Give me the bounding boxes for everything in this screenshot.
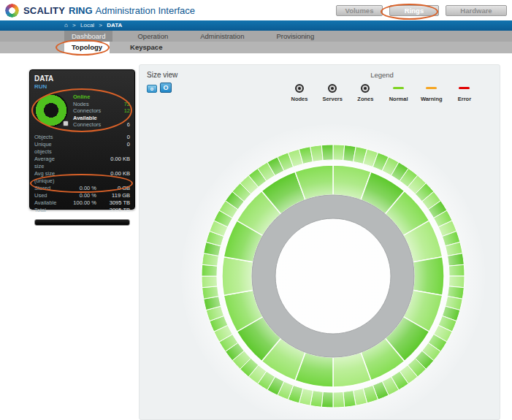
topology-panel: Size view o O Legend Nodes Servers Zones… bbox=[139, 64, 500, 420]
stat-label: Stored bbox=[34, 185, 63, 192]
tab-provisioning[interactable]: Provisioning bbox=[269, 31, 321, 42]
legend-item-normal: Normal bbox=[383, 82, 414, 102]
brand-name: SCALITY bbox=[23, 5, 65, 16]
stat-pct: 0.00 % bbox=[63, 192, 96, 199]
legend-status-dash bbox=[393, 87, 404, 89]
legend-label: Warning bbox=[421, 96, 443, 102]
stat-value: 3095 TB bbox=[96, 199, 130, 207]
legend: Legend Nodes Servers Zones Normal Warnin… bbox=[284, 71, 480, 102]
legend-title: Legend bbox=[284, 71, 480, 79]
nav-volumes-button[interactable]: Volumes bbox=[336, 5, 383, 16]
ring-health-section: Online Nodes 72 Connectors 12 Available … bbox=[34, 93, 130, 129]
main-tabbar: Dashboard Operation Administration Provi… bbox=[0, 31, 512, 42]
stat-value: 119 GB bbox=[96, 192, 130, 199]
ring-run-status: RUN bbox=[34, 83, 130, 90]
nav-hardware-button[interactable]: Hardware bbox=[446, 5, 507, 16]
nodes-value: 72 bbox=[124, 101, 130, 108]
stat-pct bbox=[63, 134, 96, 141]
stat-label: Unique objects bbox=[34, 141, 63, 156]
legend-label: Error bbox=[458, 96, 471, 102]
stat-label: Average size bbox=[34, 156, 63, 170]
stat-row-unique-objects: Unique objects 0 bbox=[34, 141, 130, 156]
connectors-online-value: 12 bbox=[124, 107, 130, 115]
stat-row-total: Total 3095 TB bbox=[34, 207, 130, 214]
legend-status-dash bbox=[459, 87, 470, 89]
stat-row-objects: Objects 0 bbox=[34, 134, 130, 141]
size-view-control: Size view o O bbox=[147, 71, 177, 93]
servers-shape-icon bbox=[328, 84, 337, 93]
stat-value: 0 GB bbox=[96, 185, 130, 192]
stat-row-average-size: Average size 0.00 KB bbox=[34, 156, 130, 170]
legend-item-zones: Zones bbox=[350, 82, 381, 102]
stat-label: Avg size (unique) bbox=[34, 170, 63, 185]
breadcrumb-item-local[interactable]: Local bbox=[80, 22, 94, 28]
stat-label: Objects bbox=[34, 134, 63, 141]
stat-row-stored: Stored 0.00 % 0 GB bbox=[34, 185, 130, 192]
subtab-topology[interactable]: Topology bbox=[64, 42, 110, 53]
tab-administration[interactable]: Administration bbox=[193, 31, 251, 42]
stat-pct: 0.00 % bbox=[63, 185, 96, 192]
legend-label: Nodes bbox=[291, 96, 308, 102]
legend-item-nodes: Nodes bbox=[284, 82, 315, 102]
tab-operation[interactable]: Operation bbox=[130, 31, 175, 42]
stat-pct bbox=[63, 156, 96, 170]
stat-pct bbox=[63, 207, 96, 214]
stat-pct: 100.00 % bbox=[63, 199, 96, 207]
app-subtitle: Administration Interface bbox=[96, 5, 196, 16]
stat-label: Total bbox=[34, 207, 63, 214]
legend-item-warning: Warning bbox=[416, 82, 447, 102]
online-label: Online bbox=[73, 93, 90, 101]
ring-topology-visualization[interactable] bbox=[140, 65, 500, 420]
legend-label: Normal bbox=[389, 96, 408, 102]
stat-row-available: Available 100.00 % 3095 TB bbox=[34, 199, 130, 207]
stat-row-used: Used 0.00 % 119 GB bbox=[34, 192, 130, 199]
legend-item-error: Error bbox=[449, 82, 480, 102]
connectors-available-value: 6 bbox=[127, 121, 130, 129]
nodes-label: Nodes bbox=[73, 101, 89, 108]
nav-rings-button[interactable]: Rings bbox=[389, 5, 439, 16]
header-nav: Volumes Rings Hardware bbox=[336, 5, 507, 16]
stat-pct bbox=[63, 141, 96, 156]
size-view-label: Size view bbox=[147, 71, 177, 79]
ring-name: DATA bbox=[34, 75, 130, 83]
size-large-button[interactable]: O bbox=[160, 83, 172, 93]
home-icon[interactable]: ⌂ bbox=[64, 22, 68, 28]
stat-row-avg-size-unique: Avg size (unique) 0.00 KB bbox=[34, 170, 130, 185]
legend-item-servers: Servers bbox=[317, 82, 348, 102]
connectors-available-label: Connectors bbox=[73, 121, 101, 129]
legend-status-dash bbox=[426, 87, 437, 89]
health-donut-chart bbox=[34, 93, 68, 127]
stat-pct bbox=[63, 170, 96, 185]
breadcrumb-bar: ⌂ > Local > DATA bbox=[0, 20, 512, 31]
product-name: RING bbox=[69, 5, 93, 16]
nodes-shape-icon bbox=[295, 84, 304, 93]
stat-value: 0.00 KB bbox=[96, 156, 130, 170]
health-stats: Online Nodes 72 Connectors 12 Available … bbox=[73, 93, 130, 129]
stat-value: 0 bbox=[96, 141, 130, 156]
breadcrumb-item-data: DATA bbox=[107, 22, 122, 28]
donut-badge-icon[interactable] bbox=[63, 121, 69, 126]
tab-dashboard[interactable]: Dashboard bbox=[64, 31, 112, 42]
ring-summary-card: DATA RUN Online Nodes 72 Connectors 12 A… bbox=[29, 69, 135, 210]
legend-label: Servers bbox=[322, 96, 343, 102]
app-header: SCALITY RING Administration Interface Vo… bbox=[0, 0, 512, 20]
sub-tabbar: Topology Keyspace bbox=[0, 42, 512, 53]
stat-value: 0 bbox=[96, 134, 130, 141]
scality-logo-icon bbox=[5, 4, 19, 18]
stat-value: 0.00 KB bbox=[96, 170, 130, 185]
stat-label: Used bbox=[34, 192, 63, 199]
available-label: Available bbox=[73, 115, 97, 122]
connectors-online-label: Connectors bbox=[73, 107, 101, 115]
legend-label: Zones bbox=[357, 96, 373, 102]
subtab-keyspace[interactable]: Keyspace bbox=[123, 42, 169, 53]
size-small-button[interactable]: o bbox=[147, 85, 157, 93]
capacity-stats-list: Objects 0 Unique objects 0 Average size … bbox=[34, 134, 130, 214]
capacity-progress-bar bbox=[34, 219, 130, 226]
stat-label: Available bbox=[34, 199, 63, 207]
breadcrumb-separator: > bbox=[72, 22, 76, 28]
zones-shape-icon bbox=[361, 84, 370, 93]
stat-value: 3095 TB bbox=[96, 207, 130, 214]
breadcrumb-separator: > bbox=[99, 22, 102, 28]
